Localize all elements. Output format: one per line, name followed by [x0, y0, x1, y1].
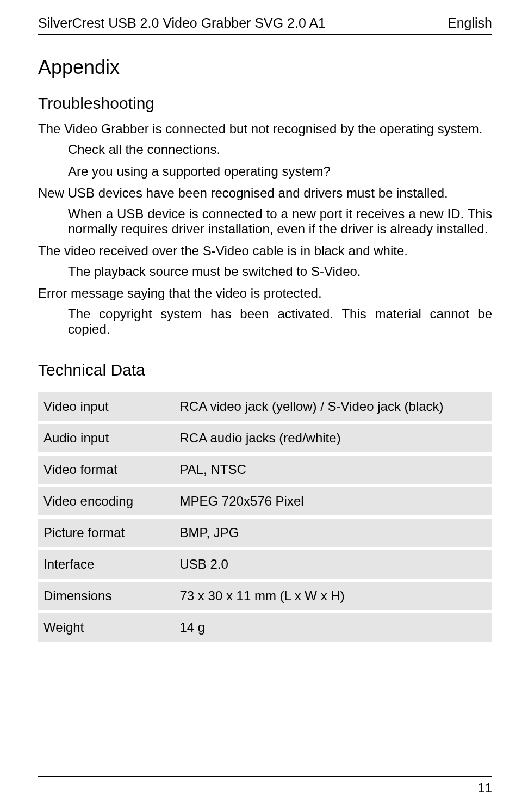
spec-value: USB 2.0 — [175, 550, 493, 579]
spec-value: RCA audio jacks (red/white) — [175, 424, 493, 452]
spec-value: PAL, NTSC — [175, 456, 493, 484]
spec-value: 73 x 30 x 11 mm (L x W x H) — [175, 582, 493, 610]
troubleshoot-answer: Are you using a supported operating syst… — [68, 164, 492, 179]
spec-value: BMP, JPG — [175, 519, 493, 547]
technical-data-table: Video inputRCA video jack (yellow) / S-V… — [38, 389, 492, 645]
table-row: Video formatPAL, NTSC — [38, 456, 492, 484]
troubleshoot-answer: The playback source must be switched to … — [68, 264, 492, 279]
spec-label: Video format — [38, 456, 175, 484]
table-row: Dimensions73 x 30 x 11 mm (L x W x H) — [38, 582, 492, 610]
page-content: Appendix Troubleshooting The Video Grabb… — [38, 56, 492, 776]
spec-value: RCA video jack (yellow) / S-Video jack (… — [175, 392, 493, 421]
table-row: Picture formatBMP, JPG — [38, 519, 492, 547]
heading-troubleshooting: Troubleshooting — [38, 94, 492, 113]
table-row: Weight14 g — [38, 613, 492, 642]
troubleshoot-issue: The video received over the S-Video cabl… — [38, 243, 492, 259]
spec-label: Picture format — [38, 519, 175, 547]
spec-label: Video encoding — [38, 487, 175, 515]
troubleshoot-answer: When a USB device is connected to a new … — [68, 206, 492, 237]
page-header: SilverCrest USB 2.0 Video Grabber SVG 2.… — [38, 15, 492, 35]
header-title: SilverCrest USB 2.0 Video Grabber SVG 2.… — [38, 15, 326, 31]
troubleshoot-issue: New USB devices have been recognised and… — [38, 186, 492, 201]
table-row: Video inputRCA video jack (yellow) / S-V… — [38, 392, 492, 421]
troubleshoot-answer: Check all the connections. — [68, 142, 492, 157]
troubleshoot-answer: The copyright system has been activated.… — [68, 306, 492, 337]
spec-value: 14 g — [175, 613, 493, 642]
spec-label: Weight — [38, 613, 175, 642]
troubleshoot-issue: The Video Grabber is connected but not r… — [38, 121, 492, 137]
header-language: English — [448, 15, 492, 31]
table-row: Video encodingMPEG 720x576 Pixel — [38, 487, 492, 515]
heading-appendix: Appendix — [38, 56, 492, 79]
table-row: Audio inputRCA audio jacks (red/white) — [38, 424, 492, 452]
page-footer: 11 — [38, 776, 492, 796]
table-row: InterfaceUSB 2.0 — [38, 550, 492, 579]
spec-value: MPEG 720x576 Pixel — [175, 487, 493, 515]
page-number: 11 — [477, 780, 492, 796]
spec-label: Interface — [38, 550, 175, 579]
spec-label: Audio input — [38, 424, 175, 452]
footer-divider — [38, 776, 492, 777]
troubleshooting-section: The Video Grabber is connected but not r… — [38, 121, 492, 337]
troubleshoot-issue: Error message saying that the video is p… — [38, 286, 492, 301]
spec-label: Video input — [38, 392, 175, 421]
spec-label: Dimensions — [38, 582, 175, 610]
heading-technical-data: Technical Data — [38, 361, 492, 379]
